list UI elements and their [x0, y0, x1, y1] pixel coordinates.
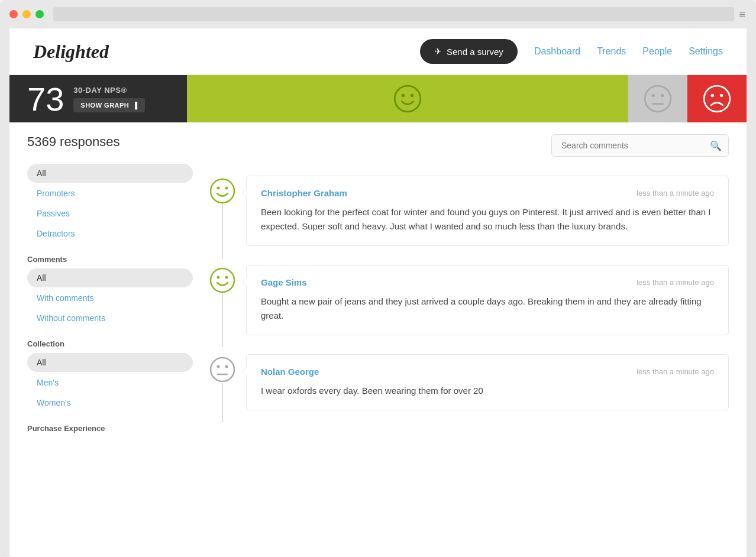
svg-point-16	[211, 358, 234, 381]
feed-item-face-passive-1	[209, 357, 235, 383]
close-dot[interactable]	[9, 10, 18, 18]
filter-collection-all[interactable]: All	[27, 353, 193, 372]
nav-settings[interactable]: Settings	[689, 46, 723, 57]
url-bar[interactable]	[53, 7, 734, 21]
svg-point-18	[225, 365, 228, 368]
card-time: less than a minute ago	[637, 278, 714, 287]
feed-item: Nolan George less than a minute ago I we…	[205, 347, 729, 422]
card-time: less than a minute ago	[637, 367, 714, 376]
show-graph-label: SHOW GRAPH	[80, 102, 129, 109]
svg-point-1	[402, 94, 405, 97]
card-text: Been looking for the perfect coat for wi…	[261, 205, 714, 234]
card-author[interactable]: Gage Sims	[261, 277, 307, 287]
svg-point-8	[711, 94, 714, 97]
purchase-filter-label: Purchase Experience	[27, 424, 193, 433]
nps-label: 30-DAY NPS®	[73, 86, 144, 95]
send-icon: ✈	[434, 46, 442, 57]
filter-promoters[interactable]: Promoters	[27, 184, 193, 203]
score-banner: 73 30-DAY NPS® SHOW GRAPH ▐	[9, 75, 747, 122]
feed-card: Gage Sims less than a minute ago Bought …	[246, 265, 729, 335]
search-input-wrap: 🔍	[551, 134, 729, 157]
search-bar-row: 🔍	[205, 134, 729, 157]
header: Delighted ✈ Send a survey Dashboard Tren…	[9, 28, 747, 75]
feed-item: Christopher Graham less than a minute ag…	[205, 169, 729, 258]
filter-without-comments[interactable]: Without comments	[27, 309, 193, 328]
filter-mens[interactable]: Men's	[27, 373, 193, 392]
svg-point-10	[211, 179, 234, 203]
timeline-col	[205, 258, 240, 347]
score-box: 73 30-DAY NPS® SHOW GRAPH ▐	[9, 75, 187, 122]
responses-count: 5369 responses	[27, 134, 193, 150]
browser-bar: ≡	[9, 7, 747, 21]
chart-icon: ▐	[133, 102, 137, 109]
nav-items: ✈ Send a survey Dashboard Trends People …	[420, 39, 723, 64]
nav-trends[interactable]: Trends	[597, 46, 626, 57]
nps-score: 73	[27, 80, 64, 118]
svg-point-5	[661, 94, 664, 97]
svg-point-17	[217, 365, 220, 368]
filter-comments-all[interactable]: All	[27, 268, 193, 287]
card-author[interactable]: Nolan George	[261, 367, 319, 377]
promoter-bar[interactable]	[187, 75, 628, 122]
passive-bar[interactable]	[628, 75, 687, 122]
svg-point-13	[211, 268, 234, 292]
card-time: less than a minute ago	[637, 189, 714, 197]
card-text: I wear oxfords every day. Been wearing t…	[261, 384, 714, 398]
svg-point-12	[225, 187, 228, 190]
card-author[interactable]: Christopher Graham	[261, 188, 347, 198]
type-filter-section: All Promoters Passives Detractors	[27, 164, 193, 243]
search-icon: 🔍	[710, 140, 722, 151]
show-graph-button[interactable]: SHOW GRAPH ▐	[73, 98, 144, 112]
promoter-face-icon	[393, 85, 422, 113]
card-header: Christopher Graham less than a minute ag…	[261, 188, 714, 198]
filter-womens[interactable]: Women's	[27, 393, 193, 412]
filter-detractors[interactable]: Detractors	[27, 224, 193, 243]
search-input[interactable]	[551, 134, 729, 157]
browser-window: ≡ Delighted ✈ Send a survey Dashboard Tr…	[0, 0, 756, 557]
feed-card: Nolan George less than a minute ago I we…	[246, 354, 729, 410]
feed-item: Gage Sims less than a minute ago Bought …	[205, 258, 729, 347]
main-content: 5369 responses All Promoters Passives De…	[9, 122, 747, 456]
filter-all[interactable]: All	[27, 164, 193, 183]
feed-area: 🔍	[193, 122, 729, 456]
send-survey-label: Send a survey	[447, 47, 503, 57]
timeline-line	[222, 204, 223, 258]
card-header: Gage Sims less than a minute ago	[261, 277, 714, 287]
minimize-dot[interactable]	[22, 10, 31, 18]
filter-with-comments[interactable]: With comments	[27, 289, 193, 307]
nav-dashboard[interactable]: Dashboard	[534, 46, 580, 57]
fullscreen-dot[interactable]	[35, 10, 44, 18]
logo: Delighted	[33, 41, 420, 63]
feed-item-face-promoter-2	[209, 267, 235, 293]
comments-filter-label: Comments	[27, 255, 193, 264]
svg-point-15	[225, 276, 228, 279]
feed-item-face-promoter-1	[209, 178, 235, 204]
timeline-col	[205, 347, 240, 422]
feed-card: Christopher Graham less than a minute ag…	[246, 176, 729, 246]
nav-people[interactable]: People	[642, 46, 672, 57]
svg-point-4	[652, 94, 655, 97]
timeline-col	[205, 169, 240, 258]
svg-point-14	[217, 276, 220, 279]
sidebar: 5369 responses All Promoters Passives De…	[27, 122, 193, 456]
timeline-line	[222, 383, 223, 422]
detractor-face-icon	[703, 85, 731, 113]
svg-point-2	[411, 94, 413, 97]
card-header: Nolan George less than a minute ago	[261, 367, 714, 377]
collection-filter-label: Collection	[27, 339, 193, 348]
browser-menu-icon[interactable]: ≡	[739, 8, 747, 21]
card-text: Bought a new pair of jeans and they just…	[261, 294, 714, 323]
score-label: 30-DAY NPS® SHOW GRAPH ▐	[73, 86, 144, 112]
comments-filter-section: Comments All With comments Without comme…	[27, 255, 193, 328]
send-survey-button[interactable]: ✈ Send a survey	[420, 39, 518, 64]
svg-point-7	[704, 86, 730, 112]
svg-point-9	[720, 94, 723, 97]
svg-point-3	[645, 86, 671, 112]
detractor-bar[interactable]	[687, 75, 747, 122]
collection-filter-section: Collection All Men's Women's	[27, 339, 193, 412]
filter-passives[interactable]: Passives	[27, 204, 193, 223]
purchase-filter-section: Purchase Experience	[27, 424, 193, 433]
feed-timeline: Christopher Graham less than a minute ag…	[205, 169, 729, 422]
passive-face-icon	[644, 85, 672, 113]
svg-point-11	[217, 187, 220, 190]
